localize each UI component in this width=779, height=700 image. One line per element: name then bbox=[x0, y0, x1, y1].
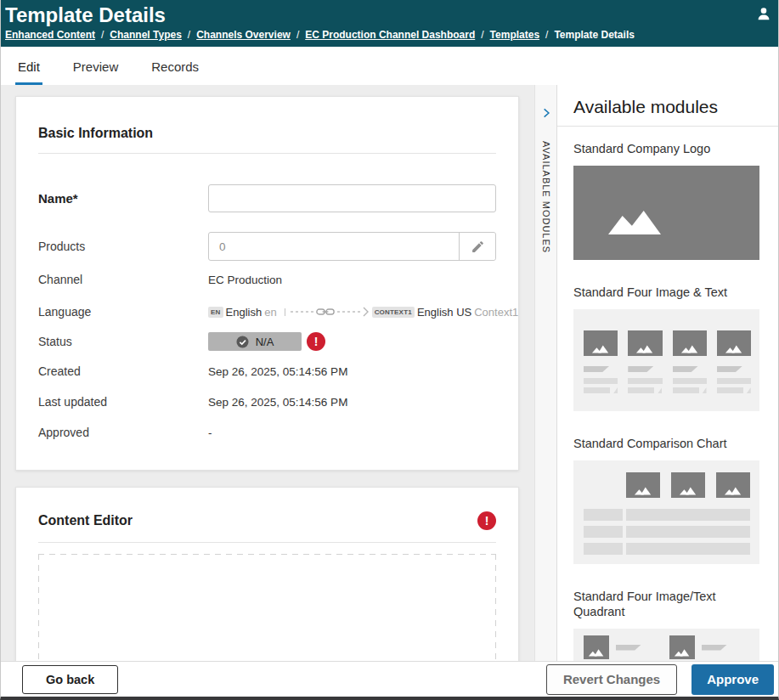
name-label: Name* bbox=[38, 191, 208, 206]
check-circle-icon bbox=[236, 336, 249, 348]
products-control: 0 bbox=[208, 232, 496, 261]
approved-label: Approved bbox=[38, 426, 208, 439]
approved-row: Approved - bbox=[38, 426, 496, 439]
module-name: Standard Comparison Chart bbox=[573, 436, 748, 451]
basic-information-card: Basic Information Name* Products 0 bbox=[15, 96, 519, 471]
connector-tick bbox=[285, 308, 285, 316]
status-badge: N/A bbox=[208, 332, 302, 351]
modules-list: Standard Company Logo Standard Four Imag… bbox=[557, 127, 778, 661]
module-preview-logo bbox=[573, 166, 759, 260]
breadcrumb-ec-production-channel-dashboard[interactable]: EC Production Channel Dashboard bbox=[305, 29, 475, 41]
mountains-image-icon bbox=[588, 648, 605, 657]
name-row: Name* bbox=[38, 184, 496, 212]
link-chain-icon bbox=[316, 307, 335, 317]
mountains-image-icon bbox=[680, 344, 699, 353]
channel-row: Channel EC Production bbox=[38, 273, 496, 286]
tabbar: Edit Preview Records bbox=[1, 47, 778, 85]
breadcrumb-separator: / bbox=[101, 29, 104, 41]
mountains-image-icon bbox=[674, 648, 691, 657]
status-error-icon: ! bbox=[307, 332, 325, 351]
last-updated-row: Last updated Sep 26, 2025, 05:14:56 PM bbox=[38, 395, 496, 409]
divider bbox=[38, 153, 496, 154]
channel-value: EC Production bbox=[208, 274, 282, 286]
mountains-image-icon bbox=[724, 486, 742, 495]
footer-bar: Go back Revert Changes Approve bbox=[1, 661, 778, 697]
target-language-name: English US bbox=[417, 306, 471, 319]
mountains-image-icon bbox=[591, 344, 610, 353]
target-context-badge: CONTEXT1 bbox=[372, 307, 415, 318]
breadcrumb-template-details: Template Details bbox=[554, 29, 634, 41]
breadcrumb-separator: / bbox=[188, 29, 190, 41]
module-standard-comparison-chart[interactable]: Standard Comparison Chart bbox=[573, 436, 759, 564]
edit-pencil-icon bbox=[471, 240, 485, 254]
tab-preview[interactable]: Preview bbox=[71, 47, 121, 85]
breadcrumb-enhanced-content[interactable]: Enhanced Content bbox=[5, 29, 95, 41]
page-header: Template Details Enhanced Content/ Chann… bbox=[1, 0, 778, 47]
module-preview-quadrant bbox=[573, 629, 759, 661]
breadcrumb-separator: / bbox=[296, 29, 299, 41]
status-value: N/A bbox=[256, 336, 274, 348]
mountains-image-icon bbox=[725, 344, 743, 353]
available-modules-collapse-strip[interactable]: AVAILABLE MODULES bbox=[534, 85, 557, 661]
content-editor-card: Content Editor ! bbox=[15, 487, 519, 661]
content-editor-dropzone[interactable] bbox=[38, 554, 496, 661]
source-language-name: English bbox=[226, 306, 262, 319]
collapse-strip-label: AVAILABLE MODULES bbox=[541, 141, 551, 253]
status-row: Status N/A ! bbox=[38, 332, 496, 351]
tab-edit[interactable]: Edit bbox=[15, 47, 42, 85]
breadcrumb-channels-overview[interactable]: Channels Overview bbox=[196, 29, 291, 41]
channel-label: Channel bbox=[38, 273, 208, 286]
content-area: Basic Information Name* Products 0 bbox=[1, 85, 778, 661]
module-preview-four-image-text bbox=[573, 309, 759, 411]
mountains-image-icon bbox=[635, 344, 654, 353]
language-label: Language bbox=[38, 305, 208, 319]
basic-information-title: Basic Information bbox=[38, 126, 153, 141]
tab-records[interactable]: Records bbox=[149, 47, 201, 85]
language-row: Language EN English en bbox=[38, 305, 496, 319]
breadcrumb-templates[interactable]: Templates bbox=[490, 29, 539, 41]
main-column: Basic Information Name* Products 0 bbox=[1, 85, 534, 661]
divider bbox=[38, 542, 496, 543]
breadcrumb-separator: / bbox=[545, 29, 548, 41]
module-standard-company-logo[interactable]: Standard Company Logo bbox=[573, 141, 759, 260]
approve-button[interactable]: Approve bbox=[692, 664, 774, 695]
target-context-code: Context1 bbox=[474, 306, 518, 319]
products-row: Products 0 bbox=[38, 232, 496, 261]
content-editor-title: Content Editor bbox=[38, 513, 133, 528]
created-value: Sep 26, 2025, 05:14:56 PM bbox=[208, 365, 347, 378]
mountains-image-icon bbox=[679, 486, 697, 495]
name-input[interactable] bbox=[208, 184, 496, 212]
products-count[interactable]: 0 bbox=[209, 233, 459, 260]
available-modules-title: Available modules bbox=[557, 85, 778, 127]
page-title: Template Details bbox=[5, 3, 770, 28]
connector-dash bbox=[291, 311, 313, 313]
breadcrumb-channel-types[interactable]: Channel Types bbox=[110, 29, 181, 41]
module-name: Standard Company Logo bbox=[573, 141, 748, 156]
source-language-code: en bbox=[264, 306, 276, 319]
breadcrumb-separator: / bbox=[481, 29, 483, 41]
module-preview-comparison-chart bbox=[573, 460, 759, 564]
last-updated-value: Sep 26, 2025, 05:14:56 PM bbox=[208, 396, 347, 409]
mountains-image-icon bbox=[634, 486, 652, 495]
last-updated-label: Last updated bbox=[38, 395, 208, 409]
available-modules-panel: Available modules Standard Company Logo … bbox=[557, 85, 778, 661]
source-language-badge: EN bbox=[208, 307, 223, 318]
products-label: Products bbox=[38, 240, 208, 253]
revert-changes-button[interactable]: Revert Changes bbox=[546, 664, 677, 695]
module-standard-four-image-text-quadrant[interactable]: Standard Four Image/Text Quadrant bbox=[573, 589, 759, 661]
breadcrumb: Enhanced Content/ Channel Types/ Channel… bbox=[5, 29, 770, 41]
status-label: Status bbox=[38, 335, 208, 348]
module-name: Standard Four Image & Text bbox=[573, 285, 748, 300]
edit-products-button[interactable] bbox=[459, 233, 495, 260]
content-editor-error-icon: ! bbox=[477, 511, 496, 530]
connector-dash bbox=[337, 311, 360, 313]
created-label: Created bbox=[38, 364, 208, 378]
module-name: Standard Four Image/Text Quadrant bbox=[573, 589, 748, 619]
arrow-right-icon bbox=[363, 307, 370, 317]
user-icon[interactable] bbox=[756, 6, 771, 21]
mountains-image-icon bbox=[608, 211, 661, 234]
module-standard-four-image-text[interactable]: Standard Four Image & Text bbox=[573, 285, 759, 411]
chevron-right-icon bbox=[540, 107, 552, 119]
created-row: Created Sep 26, 2025, 05:14:56 PM bbox=[38, 364, 496, 378]
go-back-button[interactable]: Go back bbox=[22, 665, 118, 694]
